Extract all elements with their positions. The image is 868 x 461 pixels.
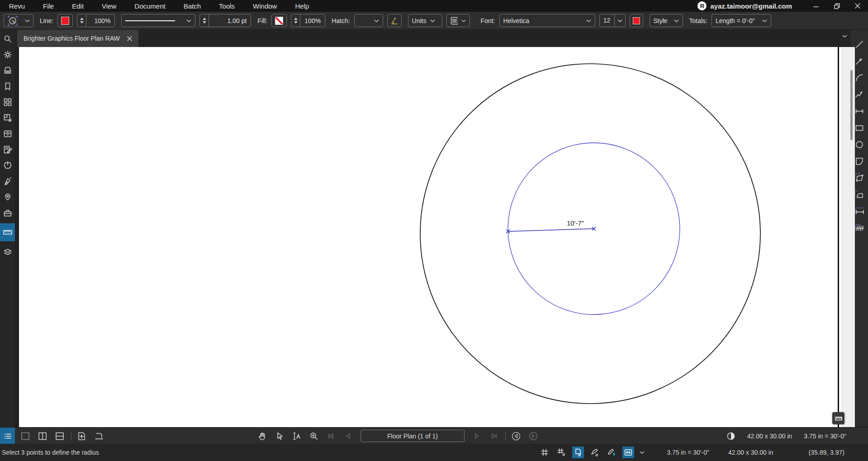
fill-opacity-stepper[interactable] xyxy=(291,14,300,27)
style-dropdown[interactable]: Style xyxy=(650,14,683,27)
zoom-tool-button[interactable] xyxy=(307,429,321,443)
markup-page-icon xyxy=(3,145,12,154)
snap-to-grid-button[interactable] xyxy=(555,447,567,458)
split-vertical-button[interactable] xyxy=(36,429,49,443)
search-panel-button[interactable] xyxy=(0,33,15,44)
document-tab[interactable]: Brighter Graphics Floor Plan RAW xyxy=(17,30,138,47)
grid-toggle-button[interactable] xyxy=(539,447,550,458)
menu-edit[interactable]: Edit xyxy=(63,2,93,10)
page-size-value[interactable]: 42.00 x 30.00 in xyxy=(747,433,792,440)
fit-width-button[interactable] xyxy=(92,429,106,443)
previous-page-button[interactable] xyxy=(342,429,355,443)
line-width-stepper[interactable] xyxy=(200,14,209,27)
line-opacity-field[interactable]: 100% xyxy=(77,14,115,27)
floor-plan-icon xyxy=(3,113,12,122)
sync-views-button[interactable] xyxy=(622,447,634,458)
font-color-button[interactable] xyxy=(630,14,643,27)
caption-style-dropdown[interactable] xyxy=(446,14,470,27)
pdf-canvas[interactable]: 10'-7" xyxy=(15,47,851,427)
active-tool-dropdown[interactable] xyxy=(4,14,33,27)
menu-file[interactable]: File xyxy=(34,2,63,10)
split-horizontal-button[interactable] xyxy=(53,429,66,443)
select-text-button[interactable] xyxy=(290,429,304,443)
map-pin-icon xyxy=(3,193,12,202)
last-page-button[interactable] xyxy=(487,429,501,443)
properties-panel-button[interactable] xyxy=(0,49,15,60)
page-scale-value[interactable]: 3.75 in = 30'-0" xyxy=(804,433,846,440)
font-dropdown[interactable]: Helvetica xyxy=(499,14,595,27)
tab-close-button[interactable] xyxy=(125,34,134,43)
radius-measure-line xyxy=(508,229,594,231)
places-panel-button[interactable] xyxy=(0,192,15,202)
calibrate-panel-button[interactable] xyxy=(0,176,15,187)
page-label-box[interactable]: Floor Plan (1 of 1) xyxy=(360,430,465,442)
pan-tool-button[interactable] xyxy=(256,429,269,443)
vertical-scrollbar[interactable] xyxy=(842,47,855,427)
fill-label: Fill: xyxy=(257,17,267,24)
spaces-panel-button[interactable] xyxy=(0,113,15,123)
measure-panel-button[interactable] xyxy=(0,223,15,241)
previous-page-icon xyxy=(345,433,352,440)
fit-page-icon xyxy=(77,431,87,441)
3d-model-panel-button[interactable] xyxy=(0,160,15,171)
line-width-value[interactable]: 1.00 pt xyxy=(209,17,251,24)
menu-help[interactable]: Help xyxy=(286,2,318,10)
fill-opacity-field[interactable]: 100% xyxy=(291,14,325,27)
line-color-button[interactable] xyxy=(57,14,73,27)
status-scale-value[interactable]: 3.75 in = 30'-0" xyxy=(667,449,709,456)
fit-page-button[interactable] xyxy=(75,429,89,443)
dark-mode-toggle[interactable] xyxy=(726,432,735,441)
left-panel-rail xyxy=(0,30,15,427)
thumbnails-panel-button[interactable] xyxy=(0,97,15,108)
text-select-icon xyxy=(292,431,302,441)
toolbox-icon xyxy=(3,208,12,217)
account-button[interactable]: R ayaz.taimoor@gmail.com xyxy=(697,1,792,10)
menu-revu[interactable]: Revu xyxy=(0,2,34,10)
reuse-markup-button[interactable] xyxy=(606,447,617,458)
close-button[interactable] xyxy=(847,0,868,12)
bookmarks-panel-button[interactable] xyxy=(0,81,15,92)
line-opacity-stepper[interactable] xyxy=(77,14,86,27)
markups-list-panel-button[interactable] xyxy=(0,144,15,155)
toolbox-panel-button[interactable] xyxy=(0,207,15,218)
hatch-dropdown[interactable] xyxy=(354,14,383,27)
snap-to-markup-button[interactable] xyxy=(589,447,601,458)
units-dropdown[interactable]: Units xyxy=(408,14,442,27)
fill-color-button[interactable] xyxy=(271,14,287,27)
next-view-button[interactable] xyxy=(526,429,540,443)
fill-color-swatch xyxy=(275,17,283,25)
properties-toolbar: Line: 100% 1.00 pt Fill: 100% Hatch: xyxy=(0,12,868,30)
menu-document[interactable]: Document xyxy=(125,2,174,10)
menu-batch[interactable]: Batch xyxy=(175,2,210,10)
previous-view-button[interactable] xyxy=(509,429,523,443)
minimize-button[interactable] xyxy=(806,0,826,12)
menu-window[interactable]: Window xyxy=(244,2,286,10)
line-width-field[interactable]: 1.00 pt xyxy=(199,14,251,27)
layers-panel-button[interactable] xyxy=(0,246,15,257)
tab-overflow-button[interactable] xyxy=(842,34,847,38)
line-style-dropdown[interactable] xyxy=(121,14,195,27)
sets-panel-button[interactable] xyxy=(0,128,15,139)
measurement-text[interactable]: 10'-7" xyxy=(557,219,593,227)
status-options-chevron[interactable] xyxy=(636,447,648,458)
snap-to-content-button[interactable] xyxy=(572,447,584,458)
first-page-button[interactable] xyxy=(324,429,338,443)
canvas-measure-shortcut-button[interactable] xyxy=(832,412,844,424)
angle-tool-button[interactable] xyxy=(387,14,402,27)
file-access-panel-button[interactable] xyxy=(0,65,15,76)
scrollbar-thumb[interactable] xyxy=(850,70,853,140)
restore-button[interactable] xyxy=(826,0,847,12)
revu-logo-icon: R xyxy=(697,1,707,10)
font-size-dropdown[interactable]: 12 xyxy=(599,14,626,27)
totals-dropdown[interactable]: Length = 0'-0" xyxy=(711,14,771,27)
line-opacity-value[interactable]: 100% xyxy=(86,17,114,24)
fill-opacity-value[interactable]: 100% xyxy=(300,17,325,24)
menu-bar: Revu File Edit View Document Batch Tools… xyxy=(0,0,868,12)
markup-list-toggle-button[interactable] xyxy=(0,428,15,444)
menu-tools[interactable]: Tools xyxy=(210,2,244,10)
select-tool-button[interactable] xyxy=(273,429,286,443)
single-pane-button[interactable] xyxy=(19,429,32,443)
next-page-button[interactable] xyxy=(470,429,484,443)
layers-icon xyxy=(3,247,12,256)
menu-view[interactable]: View xyxy=(93,2,125,10)
